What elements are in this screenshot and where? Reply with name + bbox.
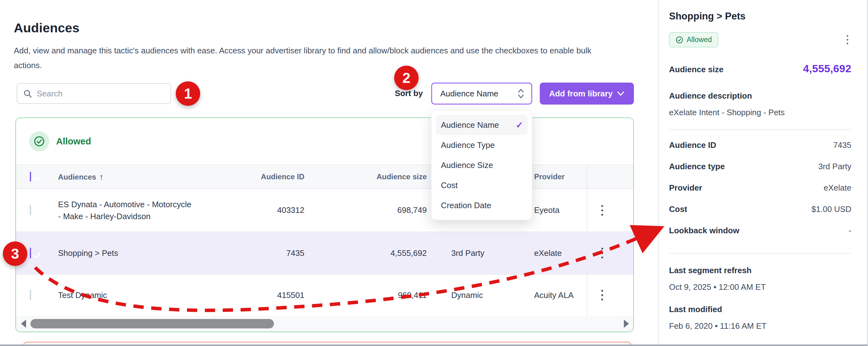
chevron-down-icon bbox=[617, 91, 624, 96]
audience-name-cell: Shopping > Pets bbox=[58, 247, 201, 259]
audience-description-value: eXelate Intent - Shopping - Pets bbox=[669, 108, 851, 117]
sort-menu-item-label: Audience Type bbox=[441, 140, 495, 150]
audience-size-cell: 960,411 bbox=[304, 290, 427, 300]
annotation-step-2: 2 bbox=[394, 66, 418, 90]
scroll-right-icon[interactable] bbox=[624, 320, 629, 328]
sort-menu-item-label: Creation Date bbox=[441, 201, 491, 210]
audience-name-cell: ES Dynata - Automotive - Motorcycle - Ma… bbox=[58, 198, 201, 222]
divider bbox=[669, 253, 851, 254]
column-header-audiences[interactable]: Audiences↑ bbox=[58, 172, 201, 182]
column-header-audience-id[interactable]: Audience ID bbox=[201, 172, 304, 181]
audience-type-cell: 3rd Party bbox=[427, 248, 512, 258]
column-header-actions bbox=[587, 165, 617, 189]
table-row-selected[interactable]: Shopping > Pets 7435 4,555,692 3rd Party… bbox=[16, 232, 633, 275]
field-audience-id: Audience ID 7435 bbox=[669, 134, 851, 156]
chevron-up-down-icon bbox=[517, 88, 525, 99]
audience-size-cell: 4,555,692 bbox=[304, 248, 427, 258]
sort-ascending-icon: ↑ bbox=[99, 172, 103, 181]
sort-menu-item-audience-name[interactable]: Audience Name ✓ bbox=[436, 115, 528, 135]
table-row[interactable]: ES Dynata - Automotive - Motorcycle - Ma… bbox=[16, 189, 633, 232]
row-actions-menu[interactable] bbox=[587, 232, 617, 274]
sort-menu-item-label: Audience Name bbox=[441, 120, 499, 130]
sort-menu-item-label: Cost bbox=[441, 180, 458, 190]
row-actions-menu[interactable] bbox=[587, 189, 617, 231]
sort-menu-item-audience-size[interactable]: Audience Size bbox=[436, 155, 528, 175]
allowed-section-header: Allowed bbox=[16, 118, 633, 165]
details-title: Shopping > Pets bbox=[669, 11, 851, 22]
field-provider: Provider eXelate bbox=[669, 177, 851, 198]
audience-details-panel: Shopping > Pets Allowed Audience size 4,… bbox=[658, 0, 867, 346]
horizontal-scrollbar[interactable] bbox=[16, 316, 633, 331]
last-segment-refresh-label: Last segment refresh bbox=[669, 266, 851, 276]
add-from-library-label: Add from library bbox=[549, 89, 613, 98]
status-badge: Allowed bbox=[669, 32, 718, 48]
divider bbox=[669, 129, 851, 130]
kebab-icon bbox=[601, 248, 603, 258]
audience-id-cell: 415501 bbox=[201, 290, 304, 300]
page-title: Audiences bbox=[14, 21, 80, 35]
details-actions-menu[interactable] bbox=[843, 33, 851, 46]
row-checkbox[interactable] bbox=[30, 290, 31, 300]
field-cost: Cost $1.00 USD bbox=[669, 198, 851, 220]
allowed-check-icon bbox=[29, 131, 49, 151]
sort-by-label: Sort by bbox=[395, 89, 423, 98]
allowed-check-icon bbox=[675, 36, 683, 44]
audience-size-label: Audience size bbox=[669, 65, 723, 75]
annotation-step-1: 1 bbox=[176, 81, 200, 106]
sort-menu-item-cost[interactable]: Cost bbox=[436, 175, 528, 195]
provider-cell: eXelate bbox=[512, 248, 587, 258]
row-checkbox[interactable] bbox=[30, 205, 31, 215]
search-icon bbox=[23, 89, 32, 98]
kebab-icon bbox=[847, 35, 848, 37]
sort-menu-item-audience-type[interactable]: Audience Type bbox=[436, 135, 528, 155]
sort-menu-item-creation-date[interactable]: Creation Date bbox=[436, 195, 528, 215]
main-content: Audiences Add, view and manage this tact… bbox=[0, 0, 658, 346]
page-description: Add, view and manage this tactic's audie… bbox=[14, 43, 610, 73]
column-header-audience-size[interactable]: Audience size bbox=[304, 172, 427, 181]
allowed-section-title: Allowed bbox=[56, 136, 91, 147]
add-from-library-button[interactable]: Add from library bbox=[540, 83, 634, 105]
kebab-icon bbox=[601, 290, 603, 300]
row-checkbox[interactable] bbox=[30, 248, 31, 258]
select-all-checkbox[interactable] bbox=[30, 172, 31, 181]
last-modified-value: Feb 6, 2020 • 11:16 AM ET bbox=[669, 321, 851, 331]
audience-description-label: Audience description bbox=[669, 91, 851, 101]
row-actions-menu[interactable] bbox=[587, 275, 617, 316]
provider-cell: Acuity ALA bbox=[512, 290, 587, 300]
audience-type-cell: Dynamic bbox=[427, 290, 512, 300]
allowed-section-card: Allowed Audiences↑ Audience ID Audience … bbox=[16, 117, 634, 332]
scrollbar-thumb[interactable] bbox=[30, 319, 274, 328]
scroll-left-icon[interactable] bbox=[21, 320, 26, 328]
sort-menu-item-label: Audience Size bbox=[441, 161, 493, 170]
last-segment-refresh-value: Oct 9, 2025 • 12:00 AM ET bbox=[669, 282, 851, 292]
search-box[interactable] bbox=[17, 83, 171, 104]
check-icon: ✓ bbox=[516, 120, 523, 130]
last-modified-label: Last modified bbox=[669, 305, 851, 314]
audience-size-value: 4,555,692 bbox=[803, 62, 851, 75]
audience-name-cell: Test Dynamic bbox=[58, 289, 201, 301]
annotation-step-3: 3 bbox=[3, 241, 27, 266]
sort-menu: Audience Name ✓ Audience Type Audience S… bbox=[431, 110, 532, 220]
sort-select-value: Audience Name bbox=[440, 89, 498, 98]
audience-size-cell: 698,749 bbox=[304, 205, 427, 215]
blocked-section-card-edge bbox=[23, 342, 632, 346]
audience-id-cell: 403312 bbox=[201, 205, 304, 215]
search-input[interactable] bbox=[37, 89, 165, 98]
sort-select[interactable]: Audience Name bbox=[431, 83, 532, 105]
kebab-icon bbox=[601, 205, 603, 216]
table-header-row: Audiences↑ Audience ID Audience size Pro… bbox=[16, 165, 633, 189]
field-lookback-window: Lookback window - bbox=[669, 220, 851, 241]
audience-id-cell: 7435 bbox=[201, 248, 304, 258]
field-audience-type: Audience type 3rd Party bbox=[669, 156, 851, 177]
audiences-screen: Audiences Add, view and manage this tact… bbox=[0, 0, 868, 346]
table-row[interactable]: Test Dynamic 415501 960,411 Dynamic Acui… bbox=[16, 275, 633, 316]
